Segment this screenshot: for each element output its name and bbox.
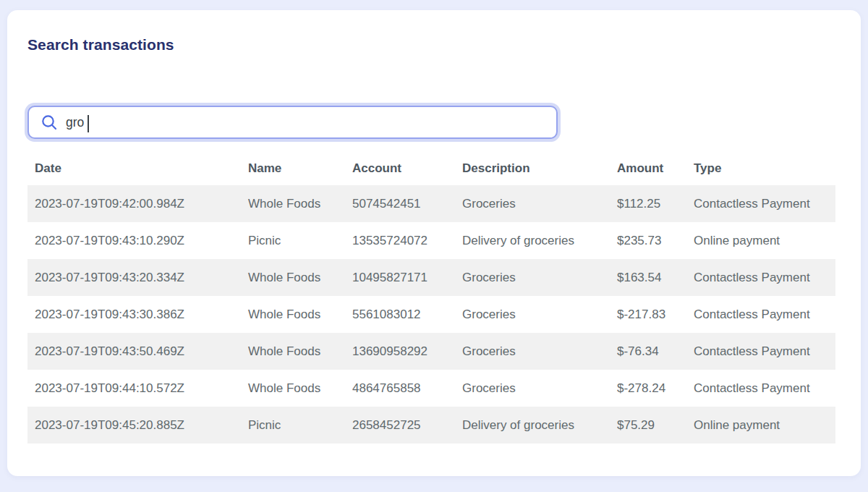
cell-account: 13690958292 — [345, 333, 455, 370]
cell-description: Delivery of groceries — [455, 222, 610, 259]
cell-type: Contactless Payment — [686, 185, 835, 222]
text-cursor — [88, 115, 89, 132]
table-row: 2023-07-19T09:43:50.469ZWhole Foods13690… — [27, 333, 835, 370]
table-row: 2023-07-19T09:42:00.984ZWhole Foods50745… — [27, 185, 835, 222]
cell-date: 2023-07-19T09:43:30.386Z — [27, 296, 241, 333]
cell-type: Contactless Payment — [686, 259, 835, 296]
cell-account: 5074542451 — [345, 185, 455, 222]
cell-name: Whole Foods — [241, 370, 345, 407]
cell-description: Groceries — [455, 370, 610, 407]
table-row: 2023-07-19T09:45:20.885ZPicnic2658452725… — [27, 407, 835, 444]
transactions-table: Date Name Account Description Amount Typ… — [27, 152, 835, 444]
cell-type: Online payment — [686, 222, 835, 259]
table-header-row: Date Name Account Description Amount Typ… — [27, 152, 835, 185]
cell-date: 2023-07-19T09:43:10.290Z — [27, 222, 241, 259]
cell-date: 2023-07-19T09:43:50.469Z — [27, 333, 241, 370]
search-icon — [41, 114, 58, 131]
cell-amount: $112.25 — [610, 185, 686, 222]
cell-description: Groceries — [455, 259, 610, 296]
cell-account: 13535724072 — [345, 222, 455, 259]
table-row: 2023-07-19T09:43:20.334ZWhole Foods10495… — [27, 259, 835, 296]
cell-name: Whole Foods — [241, 259, 345, 296]
cell-account: 4864765858 — [345, 370, 455, 407]
cell-type: Contactless Payment — [686, 370, 835, 407]
column-header-type: Type — [686, 152, 835, 185]
cell-description: Groceries — [455, 296, 610, 333]
column-header-account: Account — [345, 152, 455, 185]
cell-type: Contactless Payment — [686, 296, 835, 333]
cell-date: 2023-07-19T09:44:10.572Z — [27, 370, 241, 407]
cell-name: Whole Foods — [241, 296, 345, 333]
column-header-date: Date — [27, 152, 241, 185]
column-header-name: Name — [241, 152, 345, 185]
cell-name: Whole Foods — [241, 333, 345, 370]
table-header: Date Name Account Description Amount Typ… — [27, 152, 835, 185]
cell-amount: $75.29 — [610, 407, 686, 444]
table-body: 2023-07-19T09:42:00.984ZWhole Foods50745… — [27, 185, 835, 444]
cell-type: Contactless Payment — [686, 333, 835, 370]
cell-description: Groceries — [455, 333, 610, 370]
cell-type: Online payment — [686, 407, 835, 444]
cell-name: Whole Foods — [241, 185, 345, 222]
cell-account: 5561083012 — [345, 296, 455, 333]
cell-amount: $-217.83 — [610, 296, 686, 333]
cell-account: 10495827171 — [345, 259, 455, 296]
cell-amount: $-278.24 — [610, 370, 686, 407]
table-row: 2023-07-19T09:43:30.386ZWhole Foods55610… — [27, 296, 835, 333]
search-input[interactable] — [66, 115, 546, 130]
cell-name: Picnic — [241, 222, 345, 259]
page-title: Search transactions — [27, 36, 861, 54]
table-row: 2023-07-19T09:44:10.572ZWhole Foods48647… — [27, 370, 835, 407]
cell-account: 2658452725 — [345, 407, 455, 444]
cell-amount: $163.54 — [610, 259, 686, 296]
cell-description: Delivery of groceries — [455, 407, 610, 444]
cell-date: 2023-07-19T09:45:20.885Z — [27, 407, 241, 444]
cell-description: Groceries — [455, 185, 610, 222]
search-box[interactable] — [27, 106, 558, 139]
cell-name: Picnic — [241, 407, 345, 444]
cell-amount: $235.73 — [610, 222, 686, 259]
cell-date: 2023-07-19T09:42:00.984Z — [27, 185, 241, 222]
column-header-description: Description — [455, 152, 610, 185]
cell-amount: $-76.34 — [610, 333, 686, 370]
column-header-amount: Amount — [610, 152, 686, 185]
cell-date: 2023-07-19T09:43:20.334Z — [27, 259, 241, 296]
search-transactions-card: Search transactions Date Name Account De… — [7, 10, 861, 476]
table-row: 2023-07-19T09:43:10.290ZPicnic1353572407… — [27, 222, 835, 259]
